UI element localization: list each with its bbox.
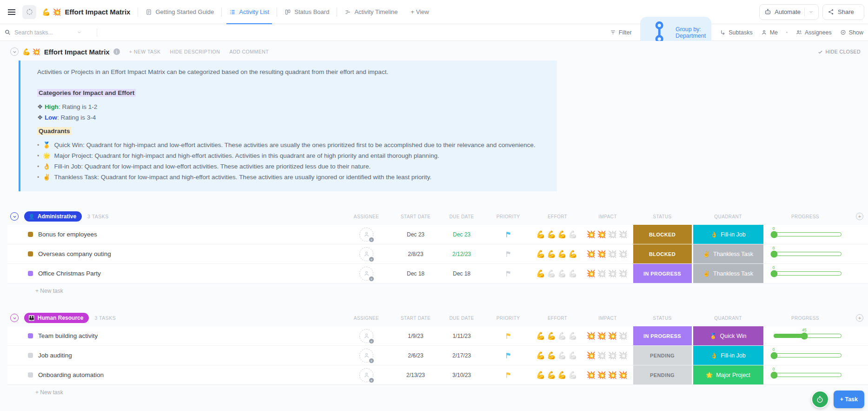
collapse-list-chevron[interactable] <box>10 47 19 56</box>
task-status-square[interactable] <box>28 232 33 237</box>
quadrant-badge[interactable]: ✌Thankless Task <box>693 264 763 283</box>
start-date[interactable]: 2/13/23 <box>406 372 425 378</box>
task-name[interactable]: Team building activity <box>38 332 98 339</box>
add-column-icon[interactable]: + <box>856 314 863 322</box>
progress-bar[interactable]: 0 <box>774 252 841 256</box>
assignee-avatar[interactable]: + <box>359 329 373 343</box>
start-date[interactable]: 2/8/23 <box>408 251 423 257</box>
info-icon[interactable]: i <box>113 48 120 55</box>
progress-knob[interactable] <box>771 371 778 378</box>
task-status-square[interactable] <box>28 353 33 358</box>
task-row[interactable]: Job auditing+2/6/232/17/23💪💪💪💪💥💥💥💥PENDIN… <box>7 346 868 365</box>
priority-flag-icon[interactable] <box>484 264 532 283</box>
column-header-status[interactable]: STATUS <box>632 316 692 321</box>
new-task-link[interactable]: + New task <box>7 283 868 298</box>
add-view-button[interactable]: + View <box>404 8 436 15</box>
due-date[interactable]: 1/11/23 <box>452 333 470 339</box>
progress-bar[interactable]: 0 <box>774 271 841 276</box>
filter-button[interactable]: Filter <box>610 29 632 36</box>
impact-rating[interactable]: 💥💥💥💥 <box>586 331 629 340</box>
start-date[interactable]: 2/6/23 <box>408 352 423 359</box>
column-header-progress[interactable]: PROGRESS <box>764 214 847 219</box>
task-row[interactable]: Team building activity+1/9/231/11/23💪💪💪💪… <box>7 326 868 346</box>
add-comment-button[interactable]: ADD COMMENT <box>229 49 269 54</box>
assignee-avatar[interactable]: + <box>359 267 373 281</box>
impact-rating[interactable]: 💥💥💥💥 <box>586 371 629 379</box>
tab-status-board[interactable]: Status Board <box>278 0 336 24</box>
start-date[interactable]: Dec 18 <box>407 270 424 277</box>
status-badge[interactable]: BLOCKED <box>633 244 692 263</box>
column-header-quadrant[interactable]: QUADRANT <box>692 316 764 321</box>
task-status-square[interactable] <box>28 372 33 377</box>
status-badge[interactable]: IN PROGRESS <box>633 264 692 283</box>
quadrant-badge[interactable]: 👌Fill-in Job <box>693 225 763 244</box>
progress-bar[interactable]: 0 <box>774 353 841 357</box>
priority-flag-icon[interactable] <box>484 244 532 263</box>
effort-rating[interactable]: 💪💪💪💪 <box>536 269 579 278</box>
task-name[interactable]: Onboarding automation <box>38 371 104 378</box>
task-status-square[interactable] <box>28 271 33 276</box>
start-date[interactable]: 1/9/23 <box>408 333 423 339</box>
space-icon-button[interactable] <box>22 5 36 19</box>
task-row[interactable]: Bonus for employees+Dec 23Dec 23💪💪💪💪💥💥💥💥… <box>7 225 868 244</box>
start-date[interactable]: Dec 23 <box>407 231 424 238</box>
tab-getting-started-guide[interactable]: Getting Started Guide <box>139 0 220 24</box>
impact-rating[interactable]: 💥💥💥💥 <box>586 269 629 278</box>
priority-flag-icon[interactable] <box>484 225 532 244</box>
assignee-avatar[interactable]: + <box>359 368 373 382</box>
column-header-quadrant[interactable]: QUADRANT <box>692 214 764 219</box>
show-button[interactable]: Show <box>840 29 863 36</box>
timer-button[interactable] <box>811 391 829 408</box>
status-badge[interactable]: BLOCKED <box>633 225 692 244</box>
hamburger-menu-icon[interactable] <box>6 6 18 18</box>
progress-knob[interactable] <box>771 231 778 238</box>
column-header-impact[interactable]: IMPACT <box>583 316 632 321</box>
status-badge[interactable]: IN PROGRESS <box>633 326 692 345</box>
task-name[interactable]: Bonus for employees <box>38 231 97 238</box>
effort-rating[interactable]: 💪💪💪💪 <box>536 371 579 379</box>
group-collapse-chevron[interactable] <box>10 314 19 322</box>
add-task-button[interactable]: + Task <box>834 391 864 408</box>
assignee-avatar[interactable]: + <box>359 228 373 242</box>
task-row[interactable]: Onboarding automation+2/13/233/10/23💪💪💪💪… <box>7 365 868 385</box>
priority-flag-icon[interactable] <box>484 346 532 365</box>
due-date[interactable]: 2/12/23 <box>452 251 471 257</box>
due-date[interactable]: 2/17/23 <box>452 352 471 359</box>
progress-bar[interactable]: 0 <box>774 373 841 377</box>
progress-bar[interactable]: 45 <box>774 334 841 338</box>
effort-rating[interactable]: 💪💪💪💪 <box>536 249 579 258</box>
status-badge[interactable]: PENDING <box>633 365 692 384</box>
status-badge[interactable]: PENDING <box>633 346 692 365</box>
chevron-down-icon[interactable] <box>77 30 82 35</box>
quadrant-badge[interactable]: 🥇Quick Win <box>693 326 763 345</box>
column-header-priority[interactable]: PRIORITY <box>484 316 532 321</box>
progress-bar[interactable]: 0 <box>774 232 841 236</box>
quadrant-badge[interactable]: 👌Fill-in Job <box>693 346 763 365</box>
priority-flag-icon[interactable] <box>484 365 532 384</box>
column-header-assignee[interactable]: ASSIGNEE <box>340 316 392 321</box>
add-column-icon[interactable]: + <box>856 213 863 220</box>
column-header-status[interactable]: STATUS <box>632 214 692 219</box>
task-name[interactable]: Job auditing <box>38 352 72 359</box>
task-row[interactable]: Office Christmas Party+Dec 18Dec 18💪💪💪💪💥… <box>7 264 868 283</box>
column-header-start-date[interactable]: START DATE <box>392 214 439 219</box>
due-date[interactable]: 3/10/23 <box>452 372 471 378</box>
column-header-impact[interactable]: IMPACT <box>583 214 632 219</box>
impact-rating[interactable]: 💥💥💥💥 <box>586 230 629 239</box>
quadrant-badge[interactable]: 🌟Major Project <box>693 365 763 384</box>
progress-knob[interactable] <box>771 250 778 257</box>
task-status-square[interactable] <box>28 333 33 338</box>
effort-rating[interactable]: 💪💪💪💪 <box>536 331 579 340</box>
due-date[interactable]: Dec 18 <box>453 270 470 277</box>
due-date[interactable]: Dec 23 <box>453 231 470 238</box>
quadrant-badge[interactable]: ✌Thankless Task <box>693 244 763 263</box>
me-button[interactable]: Me <box>761 29 778 36</box>
hide-description-button[interactable]: HIDE DESCRIPTION <box>170 49 220 54</box>
assignees-button[interactable]: Assignees <box>796 29 832 36</box>
assignee-avatar[interactable]: + <box>359 247 373 261</box>
progress-knob[interactable] <box>771 352 778 359</box>
task-name[interactable]: Office Christmas Party <box>38 270 101 277</box>
search-input[interactable] <box>14 29 70 36</box>
column-header-due-date[interactable]: DUE DATE <box>439 214 484 219</box>
effort-rating[interactable]: 💪💪💪💪 <box>536 230 579 239</box>
